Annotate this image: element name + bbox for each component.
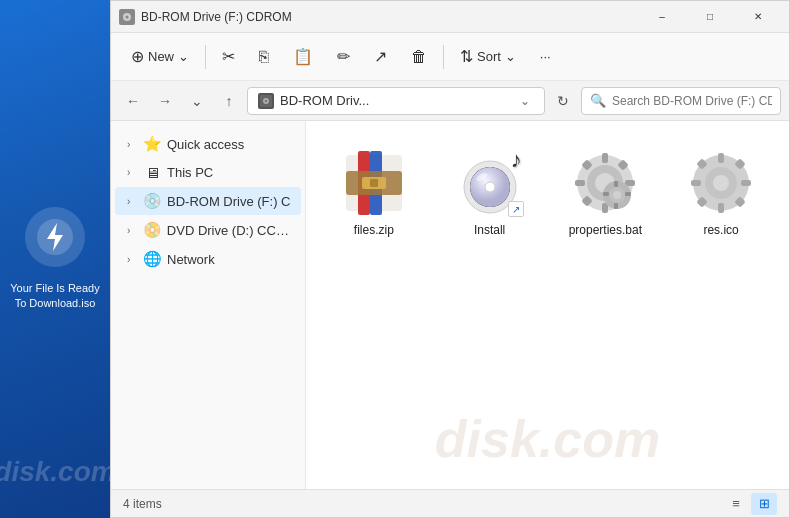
window-title: BD-ROM Drive (F:) CDROM bbox=[141, 10, 639, 24]
bdrom-icon: 💿 bbox=[143, 192, 161, 210]
list-item[interactable]: res.ico bbox=[669, 137, 773, 247]
svg-rect-22 bbox=[575, 180, 585, 186]
sidebar-item-label: DVD Drive (D:) CCCC bbox=[167, 223, 293, 238]
list-view-button[interactable]: ≡ bbox=[723, 493, 749, 515]
svg-rect-41 bbox=[741, 180, 751, 186]
svg-point-7 bbox=[265, 100, 267, 102]
svg-point-17 bbox=[485, 182, 495, 192]
file-icon-cd: ♪ ↗ bbox=[454, 147, 526, 219]
search-icon: 🔍 bbox=[590, 93, 606, 108]
sort-label: Sort bbox=[477, 49, 501, 64]
file-name: files.zip bbox=[354, 223, 394, 237]
minimize-button[interactable]: – bbox=[639, 1, 685, 33]
sort-icon: ⇅ bbox=[460, 47, 473, 66]
new-button[interactable]: ⊕ New ⌄ bbox=[121, 41, 199, 72]
sidebar-item-label: Network bbox=[167, 252, 215, 267]
cut-icon: ✂ bbox=[222, 47, 235, 66]
status-bar: 4 items ≡ ⊞ bbox=[111, 489, 789, 517]
paste-button[interactable]: 📋 bbox=[283, 41, 323, 72]
rename-button[interactable]: ✏ bbox=[327, 41, 360, 72]
file-name: Install bbox=[474, 223, 505, 237]
address-input[interactable]: BD-ROM Driv... ⌄ bbox=[247, 87, 545, 115]
cut-button[interactable]: ✂ bbox=[212, 41, 245, 72]
left-download-panel: Your File Is Ready To Download.iso disk.… bbox=[0, 0, 110, 518]
list-item[interactable]: ♪ ↗ Install bbox=[438, 137, 542, 247]
sidebar-item-dvd[interactable]: › 📀 DVD Drive (D:) CCCC bbox=[115, 216, 301, 244]
svg-rect-20 bbox=[602, 153, 608, 163]
sidebar-item-bdrom[interactable]: › 💿 BD-ROM Drive (F:) C bbox=[115, 187, 301, 215]
view-buttons: ≡ ⊞ bbox=[723, 493, 777, 515]
this-pc-icon: 🖥 bbox=[143, 164, 161, 181]
paste-icon: 📋 bbox=[293, 47, 313, 66]
new-label: New bbox=[148, 49, 174, 64]
new-icon: ⊕ bbox=[131, 47, 144, 66]
toolbar: ⊕ New ⌄ ✂ ⎘ 📋 ✏ ↗ 🗑 ⇅ Sort ⌄ ··· bbox=[111, 33, 789, 81]
chevron-icon: › bbox=[127, 225, 139, 236]
content-area: › ⭐ Quick access › 🖥 This PC › 💿 BD-ROM … bbox=[111, 121, 789, 489]
network-icon: 🌐 bbox=[143, 250, 161, 268]
app-icon bbox=[119, 9, 135, 25]
window-controls: – □ ✕ bbox=[639, 1, 781, 33]
dvd-icon: 📀 bbox=[143, 221, 161, 239]
path-drive-icon bbox=[258, 93, 274, 109]
toolbar-divider-1 bbox=[205, 45, 206, 69]
file-view-watermark: disk.com bbox=[435, 409, 660, 469]
toolbar-divider-2 bbox=[443, 45, 444, 69]
share-button[interactable]: ↗ bbox=[364, 41, 397, 72]
delete-button[interactable]: 🗑 bbox=[401, 42, 437, 72]
svg-rect-13 bbox=[370, 179, 378, 187]
file-icon-zip bbox=[338, 147, 410, 219]
item-count: 4 items bbox=[123, 497, 723, 511]
left-watermark: disk.com bbox=[0, 456, 116, 488]
svg-rect-40 bbox=[691, 180, 701, 186]
address-path: BD-ROM Driv... bbox=[280, 93, 516, 108]
search-box[interactable]: 🔍 bbox=[581, 87, 781, 115]
file-icon-ico bbox=[685, 147, 757, 219]
more-label: ··· bbox=[540, 49, 551, 64]
file-name: res.ico bbox=[703, 223, 738, 237]
svg-point-36 bbox=[613, 191, 621, 199]
share-icon: ↗ bbox=[374, 47, 387, 66]
list-item[interactable]: files.zip bbox=[322, 137, 426, 247]
maximize-button[interactable]: □ bbox=[687, 1, 733, 33]
sidebar-item-label: BD-ROM Drive (F:) C bbox=[167, 194, 291, 209]
file-name: properties.bat bbox=[569, 223, 642, 237]
sidebar-item-this-pc[interactable]: › 🖥 This PC bbox=[115, 159, 301, 186]
title-bar: BD-ROM Drive (F:) CDROM – □ ✕ bbox=[111, 1, 789, 33]
sort-button[interactable]: ⇅ Sort ⌄ bbox=[450, 41, 526, 72]
delete-icon: 🗑 bbox=[411, 48, 427, 66]
quick-access-icon: ⭐ bbox=[143, 135, 161, 153]
rename-icon: ✏ bbox=[337, 47, 350, 66]
svg-rect-38 bbox=[718, 153, 724, 163]
more-button[interactable]: ··· bbox=[530, 43, 561, 70]
sidebar-item-network[interactable]: › 🌐 Network bbox=[115, 245, 301, 273]
back-button[interactable]: ← bbox=[119, 87, 147, 115]
svg-rect-32 bbox=[614, 203, 618, 209]
address-bar: ← → ⌄ ↑ BD-ROM Driv... ⌄ ↻ 🔍 bbox=[111, 81, 789, 121]
sidebar-item-label: Quick access bbox=[167, 137, 244, 152]
svg-point-47 bbox=[713, 175, 729, 191]
address-chevron[interactable]: ⌄ bbox=[516, 92, 534, 110]
list-item[interactable]: properties.bat bbox=[554, 137, 658, 247]
svg-rect-34 bbox=[625, 192, 631, 196]
file-icon-bat bbox=[569, 147, 641, 219]
copy-button[interactable]: ⎘ bbox=[249, 42, 279, 72]
chevron-icon: › bbox=[127, 139, 139, 150]
sidebar-item-label: This PC bbox=[167, 165, 213, 180]
search-input[interactable] bbox=[612, 94, 772, 108]
sidebar-item-quick-access[interactable]: › ⭐ Quick access bbox=[115, 130, 301, 158]
chevron-icon: › bbox=[127, 254, 139, 265]
grid-view-button[interactable]: ⊞ bbox=[751, 493, 777, 515]
svg-point-4 bbox=[126, 15, 129, 18]
chevron-icon: › bbox=[127, 196, 139, 207]
sort-chevron: ⌄ bbox=[505, 49, 516, 64]
forward-button[interactable]: → bbox=[151, 87, 179, 115]
refresh-button[interactable]: ↻ bbox=[549, 87, 577, 115]
nav-pane: › ⭐ Quick access › 🖥 This PC › 💿 BD-ROM … bbox=[111, 121, 306, 489]
up-button[interactable]: ↑ bbox=[215, 87, 243, 115]
dropdown-button[interactable]: ⌄ bbox=[183, 87, 211, 115]
close-button[interactable]: ✕ bbox=[735, 1, 781, 33]
chevron-icon: › bbox=[127, 167, 139, 178]
explorer-window: BD-ROM Drive (F:) CDROM – □ ✕ ⊕ New ⌄ ✂ … bbox=[110, 0, 790, 518]
svg-rect-39 bbox=[718, 203, 724, 213]
